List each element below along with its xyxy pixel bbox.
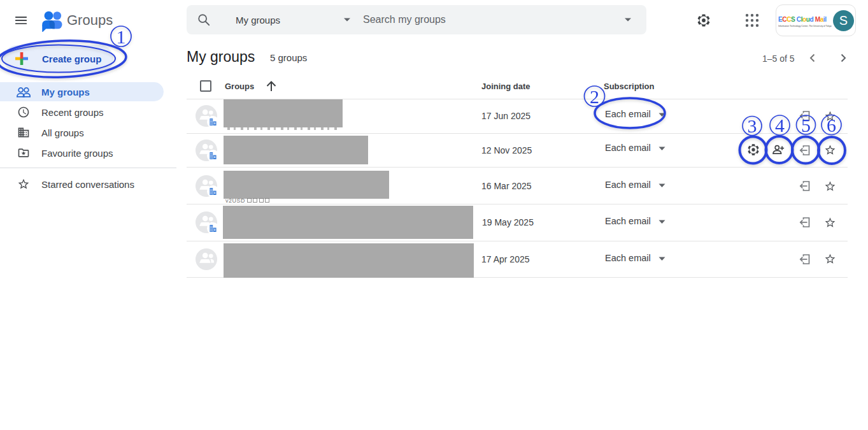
svg-text:2: 2 xyxy=(590,86,599,107)
